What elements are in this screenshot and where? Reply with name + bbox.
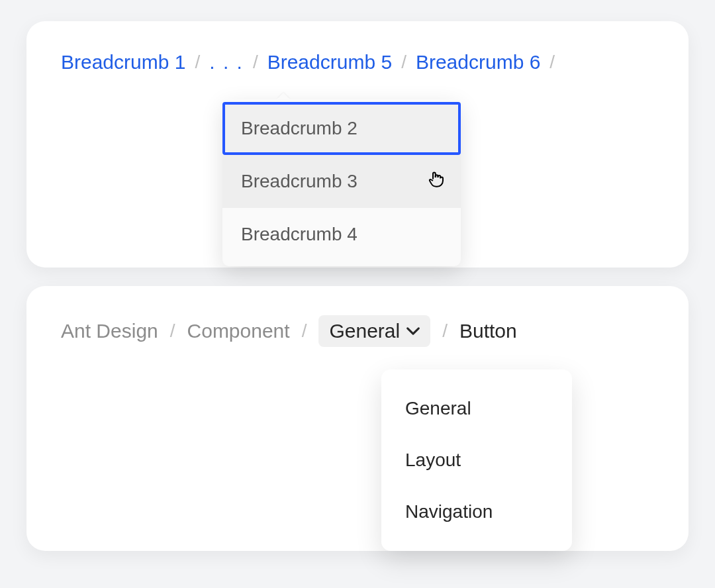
separator-icon: /	[170, 320, 175, 342]
separator-icon: /	[401, 51, 406, 74]
overflow-menu-item[interactable]: Breadcrumb 4	[222, 208, 461, 261]
chevron-down-icon	[406, 326, 420, 336]
dropdown-menu-item[interactable]: General	[381, 383, 572, 434]
breadcrumb: Ant Design / Component / General / Butto…	[61, 315, 654, 347]
breadcrumb-item-1[interactable]: Breadcrumb 1	[61, 50, 185, 74]
dropdown-menu-item-label: General	[405, 398, 471, 419]
breadcrumb-dropdown-label: General	[329, 319, 400, 343]
breadcrumb-item-general-dropdown[interactable]: General	[318, 315, 430, 347]
breadcrumb: Breadcrumb 1 / . . . / Breadcrumb 5 / Br…	[61, 50, 654, 74]
overflow-menu-item-label: Breadcrumb 3	[241, 171, 358, 192]
breadcrumb-item-5[interactable]: Breadcrumb 5	[267, 50, 392, 74]
separator-icon: /	[442, 320, 448, 342]
overflow-menu-item[interactable]: Breadcrumb 3	[222, 155, 461, 208]
dropdown-menu-item-label: Layout	[405, 450, 461, 471]
breadcrumb-overflow-menu: Breadcrumb 2 Breadcrumb 3 Breadcrumb 4	[222, 99, 461, 266]
pointer-cursor-icon	[426, 170, 446, 194]
breadcrumb-item-ant-design[interactable]: Ant Design	[61, 319, 158, 343]
separator-icon: /	[253, 51, 258, 74]
dropdown-menu-item[interactable]: Navigation	[381, 486, 572, 538]
overflow-menu-item[interactable]: Breadcrumb 2	[222, 102, 461, 155]
overflow-menu-item-label: Breadcrumb 2	[241, 118, 358, 139]
breadcrumb-dropdown-menu: General Layout Navigation	[381, 369, 572, 551]
breadcrumb-dropdown-demo: Ant Design / Component / General / Butto…	[26, 286, 689, 551]
separator-icon: /	[549, 51, 555, 74]
breadcrumb-overflow-ellipsis[interactable]: . . .	[209, 50, 244, 74]
overflow-menu-item-label: Breadcrumb 4	[241, 224, 358, 245]
dropdown-menu-item[interactable]: Layout	[381, 434, 572, 486]
dropdown-menu-item-label: Navigation	[405, 501, 493, 522]
breadcrumb-item-6[interactable]: Breadcrumb 6	[416, 50, 540, 74]
breadcrumb-item-button: Button	[459, 319, 517, 343]
breadcrumb-item-component[interactable]: Component	[187, 319, 290, 343]
breadcrumb-collapsed-demo: Breadcrumb 1 / . . . / Breadcrumb 5 / Br…	[26, 21, 689, 268]
separator-icon: /	[302, 320, 307, 342]
separator-icon: /	[195, 51, 200, 74]
